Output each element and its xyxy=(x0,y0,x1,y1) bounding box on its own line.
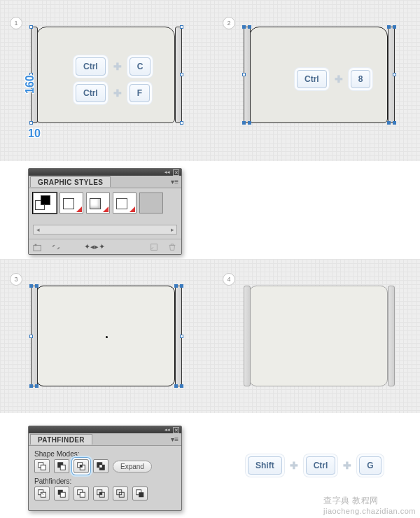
sel-handle[interactable] xyxy=(29,335,33,338)
new-style-icon[interactable] xyxy=(149,242,159,252)
merge-button[interactable] xyxy=(74,486,89,500)
svg-rect-17 xyxy=(60,492,65,497)
panel-menu-icon[interactable]: ▾≡ xyxy=(171,178,178,186)
swatch-row xyxy=(33,192,177,214)
sel-handle[interactable] xyxy=(29,384,33,388)
svg-rect-12 xyxy=(99,465,102,468)
sel-handle[interactable] xyxy=(242,121,246,125)
panel-tabbar: PATHFINDER ▾≡ xyxy=(29,433,181,446)
svg-rect-1 xyxy=(35,244,37,246)
sel-handle[interactable] xyxy=(180,335,183,338)
crop-button[interactable] xyxy=(93,486,108,500)
sel-handle[interactable] xyxy=(29,25,33,29)
unite-button[interactable] xyxy=(34,459,50,473)
step-label: 2 xyxy=(227,20,230,27)
minus-front-button[interactable] xyxy=(54,459,69,473)
swatch-grey[interactable] xyxy=(139,192,163,214)
sel-handle[interactable] xyxy=(242,73,246,76)
collapse-icon[interactable]: ◂◂ xyxy=(164,427,170,433)
panel-tab-pathfinder[interactable]: PATHFINDER xyxy=(30,434,92,444)
center-point xyxy=(106,336,108,338)
expand-button[interactable]: Expand xyxy=(113,461,152,472)
left-rail xyxy=(244,286,251,386)
sel-handle[interactable] xyxy=(29,121,33,125)
swatch-outline[interactable] xyxy=(113,192,136,214)
panel-titlebar[interactable]: ◂◂ ✕ xyxy=(29,426,181,433)
step4-artboard xyxy=(244,286,395,389)
pathfinders-label: Pathfinders: xyxy=(34,477,176,485)
sel-handle[interactable] xyxy=(393,121,396,125)
trash-icon[interactable] xyxy=(167,242,177,252)
options-icon[interactable]: ✦◂▸✦ xyxy=(90,242,99,252)
sel-handle[interactable] xyxy=(174,384,178,388)
scroll-right-icon[interactable]: ▸ xyxy=(168,226,176,233)
right-rail xyxy=(388,286,395,386)
sel-handle[interactable] xyxy=(248,25,251,29)
swatch-plain[interactable] xyxy=(59,192,83,214)
panel-body: Shape Modes: Expand Pathfinders: xyxy=(29,446,181,510)
step-label: 4 xyxy=(227,276,230,283)
sel-handle[interactable] xyxy=(248,121,251,125)
sel-handle[interactable] xyxy=(29,284,33,288)
step-badge-2: 2 xyxy=(223,17,235,29)
pathfinder-panel: ◂◂ ✕ PATHFINDER ▾≡ Shape Modes: Expand P… xyxy=(28,426,182,511)
sel-handle[interactable] xyxy=(180,25,183,29)
swatch-shadow[interactable] xyxy=(86,192,110,214)
sel-handle[interactable] xyxy=(393,73,396,76)
sel-handle[interactable] xyxy=(393,25,396,29)
key-ctrl: Ctrl xyxy=(297,70,327,88)
plus-icon: ✚ xyxy=(332,73,345,85)
sel-handle[interactable] xyxy=(180,384,183,388)
trim-button[interactable] xyxy=(54,486,69,500)
combo-group8: Ctrl ✚ 8 xyxy=(297,70,370,88)
svg-rect-19 xyxy=(80,492,85,497)
sel-handle[interactable] xyxy=(387,121,391,125)
panel-tab-graphic-styles[interactable]: GRAPHIC STYLES xyxy=(30,176,111,187)
close-icon[interactable]: ✕ xyxy=(173,169,179,176)
step-label: 3 xyxy=(14,276,18,283)
plus-icon: ✚ xyxy=(288,459,300,472)
plus-icon: ✚ xyxy=(111,87,124,99)
sel-handle[interactable] xyxy=(35,284,38,288)
exclude-button[interactable] xyxy=(93,459,108,473)
sel-handle[interactable] xyxy=(387,25,391,29)
svg-rect-26 xyxy=(139,492,144,497)
collapse-icon[interactable]: ◂◂ xyxy=(164,169,170,175)
combo-copy: Ctrl ✚ C xyxy=(76,57,150,76)
sel-handle[interactable] xyxy=(180,73,183,76)
step-badge-4: 4 xyxy=(223,273,235,286)
key-shift: Shift xyxy=(248,456,282,475)
watermark: 查字典 教程网 jiaocheng.chazidian.com xyxy=(323,495,416,515)
sel-handle[interactable] xyxy=(174,284,178,288)
step-label: 1 xyxy=(14,20,18,27)
step-badge-1: 1 xyxy=(10,17,22,29)
panel-titlebar[interactable]: ◂◂ ✕ xyxy=(29,169,181,176)
shape-modes-row: Expand xyxy=(34,459,176,473)
panel-tabbar: GRAPHIC STYLES ▾≡ xyxy=(29,176,181,188)
panel-scrollbar[interactable]: ◂ ▸ xyxy=(33,225,177,234)
scroll-left-icon[interactable]: ◂ xyxy=(34,226,42,233)
shape-modes-label: Shape Modes: xyxy=(34,450,176,458)
sel-handle[interactable] xyxy=(180,121,183,125)
key-f: F xyxy=(130,84,150,102)
key-8: 8 xyxy=(351,70,371,88)
step1-artboard xyxy=(31,27,182,126)
divide-button[interactable] xyxy=(34,486,50,500)
sel-handle[interactable] xyxy=(180,284,183,288)
break-link-icon[interactable] xyxy=(51,242,61,252)
intersect-button[interactable] xyxy=(74,459,89,473)
plus-icon: ✚ xyxy=(341,459,354,472)
library-icon[interactable] xyxy=(33,242,43,252)
panel-menu-icon[interactable]: ▾≡ xyxy=(171,435,178,443)
key-g: G xyxy=(359,456,381,475)
main-rect xyxy=(249,286,388,386)
swatch-default[interactable] xyxy=(33,192,57,214)
plus-icon: ✚ xyxy=(111,60,124,73)
sel-handle[interactable] xyxy=(35,384,38,388)
outline-button[interactable] xyxy=(113,486,128,500)
key-ctrl: Ctrl xyxy=(76,84,106,102)
minus-back-button[interactable] xyxy=(132,486,148,500)
combo-ungroup: Shift ✚ Ctrl ✚ G xyxy=(248,456,382,475)
close-icon[interactable]: ✕ xyxy=(173,427,179,433)
sel-handle[interactable] xyxy=(242,25,246,29)
